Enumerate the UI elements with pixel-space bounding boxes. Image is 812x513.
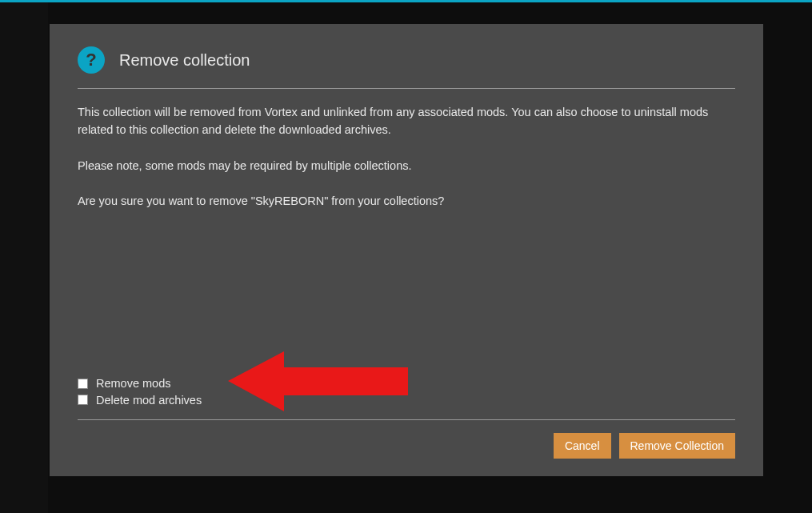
remove-collection-dialog: ? Remove collection This collection will…: [50, 24, 763, 476]
dialog-text-1: This collection will be removed from Vor…: [78, 103, 735, 139]
remove-collection-button[interactable]: Remove Collection: [619, 433, 736, 459]
cancel-button[interactable]: Cancel: [554, 433, 611, 459]
dialog-text-3: Are you sure you want to remove "SkyREBO…: [78, 192, 735, 210]
dialog-title: Remove collection: [119, 51, 250, 70]
delete-archives-checkbox[interactable]: [78, 395, 88, 405]
dialog-footer: Cancel Remove Collection: [78, 433, 735, 459]
remove-mods-row[interactable]: Remove mods: [78, 375, 735, 391]
dialog-header: ? Remove collection: [78, 46, 735, 89]
checkbox-section: Remove mods Delete mod archives: [78, 375, 735, 420]
delete-archives-row[interactable]: Delete mod archives: [78, 392, 735, 408]
dialog-body: This collection will be removed from Vor…: [78, 89, 735, 375]
delete-archives-label: Delete mod archives: [96, 392, 202, 408]
dialog-text-2: Please note, some mods may be required b…: [78, 157, 735, 174]
remove-mods-label: Remove mods: [96, 375, 170, 391]
remove-mods-checkbox[interactable]: [78, 379, 88, 389]
question-icon: ?: [78, 46, 105, 74]
